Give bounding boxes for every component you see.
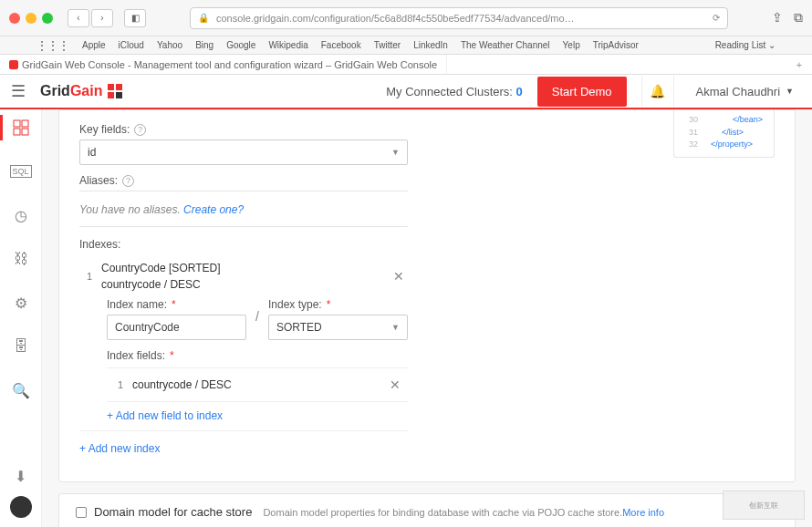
address-bar[interactable]: 🔒 console.gridgain.com/configuration/5c6…	[190, 7, 728, 29]
remove-index-button[interactable]: ✕	[390, 269, 408, 284]
bookmark-item[interactable]: Yahoo	[157, 40, 182, 50]
svg-rect-1	[116, 84, 122, 90]
gear-icon: ⚙	[15, 294, 27, 312]
sql-icon: SQL	[10, 165, 32, 178]
index-fields-label: Index fields: *	[107, 349, 408, 362]
url-text: console.gridgain.com/configuration/5c6a8…	[216, 13, 575, 24]
download-icon: ⬇	[15, 468, 26, 485]
bookmark-item[interactable]: Google	[226, 40, 255, 50]
window-close[interactable]	[9, 13, 20, 24]
window-minimize[interactable]	[26, 13, 36, 24]
caret-down-icon: ▼	[391, 148, 400, 157]
reading-list[interactable]: Reading List ⌄	[715, 40, 776, 50]
sidebar-item-storage[interactable]: 🗄	[12, 337, 30, 356]
sidebar-item-sql[interactable]: SQL	[12, 162, 30, 181]
apps-icon[interactable]: ⋮⋮⋮	[36, 39, 69, 52]
sidebar-item-download[interactable]: ⬇	[12, 467, 30, 485]
logo-icon	[106, 82, 124, 100]
separator-slash: /	[255, 309, 259, 329]
domain-model-title: Domain model for cache store	[94, 505, 252, 519]
domain-model-checkbox[interactable]	[76, 507, 87, 518]
key-fields-select[interactable]: id ▼	[79, 140, 408, 165]
nav-forward-button[interactable]: ›	[91, 9, 113, 27]
add-field-to-index-link[interactable]: + Add new field to index	[107, 409, 223, 422]
database-icon: 🗄	[14, 338, 28, 355]
nav-back-button[interactable]: ‹	[68, 9, 89, 27]
index-field-value: countrycode / DESC	[132, 378, 377, 391]
gauge-icon: ◷	[15, 207, 27, 224]
aliases-label: Aliases: ?	[79, 174, 408, 187]
start-demo-button[interactable]: Start Demo	[537, 77, 627, 107]
tab-title: GridGain Web Console - Management tool a…	[22, 59, 437, 70]
notifications-icon[interactable]: 🔔	[641, 76, 674, 107]
sidebar-item-cluster[interactable]: ⛓	[12, 250, 30, 268]
sidebar-icon: ◧	[131, 13, 140, 23]
lock-icon: 🔒	[198, 13, 209, 23]
search-icon: 🔍	[12, 382, 30, 399]
user-avatar[interactable]	[10, 496, 32, 518]
index-name-input[interactable]	[107, 315, 246, 340]
svg-rect-7	[22, 129, 28, 135]
user-menu[interactable]: Akmal Chaudhri ▼	[689, 85, 801, 98]
code-preview: 30</bean> 31</list> 32</property>	[673, 110, 775, 158]
help-icon[interactable]: ?	[122, 175, 134, 187]
chevron-left-icon: ‹	[77, 13, 79, 23]
bookmark-item[interactable]: TripAdvisor	[593, 40, 639, 50]
svg-rect-2	[108, 92, 114, 98]
browser-tab[interactable]: GridGain Web Console - Management tool a…	[0, 55, 447, 74]
reload-icon[interactable]: ⟳	[713, 13, 720, 23]
indexes-label: Indexes:	[79, 238, 408, 251]
menu-icon[interactable]: ☰	[11, 81, 26, 101]
create-alias-link[interactable]: Create one?	[183, 203, 244, 216]
grid-icon	[13, 119, 29, 136]
svg-rect-4	[14, 120, 20, 127]
svg-rect-0	[108, 84, 114, 90]
tree-icon: ⛓	[14, 251, 28, 267]
bookmark-item[interactable]: Yelp	[563, 40, 580, 50]
bookmark-bar: ⋮⋮⋮ Apple iCloud Yahoo Bing Google Wikip…	[0, 36, 812, 55]
svg-rect-3	[116, 92, 122, 98]
aliases-empty-hint: You have no aliases. Create one?	[79, 203, 244, 216]
index-field-number: 1	[110, 379, 123, 390]
tab-bar: GridGain Web Console - Management tool a…	[0, 55, 812, 75]
bookmark-item[interactable]: Twitter	[374, 40, 401, 50]
sidebar-item-monitor[interactable]: ◷	[12, 206, 30, 224]
help-icon[interactable]: ?	[134, 124, 146, 136]
index-type-label: Index type: *	[268, 298, 408, 311]
logo[interactable]: GridGain	[40, 82, 124, 100]
sidebar-item-configuration[interactable]	[12, 119, 30, 137]
bookmark-item[interactable]: iCloud	[119, 40, 144, 50]
window-zoom[interactable]	[42, 13, 53, 24]
bookmark-item[interactable]: LinkedIn	[413, 40, 448, 50]
sidebar-toggle-button[interactable]: ◧	[124, 9, 146, 27]
bookmark-item[interactable]: The Weather Channel	[461, 40, 550, 50]
bookmark-item[interactable]: Apple	[82, 40, 106, 50]
caret-down-icon: ▼	[786, 87, 794, 96]
watermark: 创新互联	[723, 491, 805, 520]
svg-rect-5	[22, 120, 28, 127]
remove-index-field-button[interactable]: ✕	[386, 377, 404, 392]
sidebar-item-query[interactable]: 🔍	[12, 381, 30, 399]
clusters-status: My Connected Clusters: 0	[386, 85, 523, 98]
tabs-icon[interactable]: ⧉	[794, 10, 803, 26]
bookmark-item[interactable]: Facebook	[321, 40, 361, 50]
sidebar: SQL ◷ ⛓ ⚙ 🗄 🔍 ⬇	[0, 109, 42, 527]
favicon-icon	[9, 60, 18, 69]
index-summary: CountryCode [SORTED] countrycode / DESC	[101, 260, 380, 293]
index-number: 1	[79, 271, 92, 282]
bookmark-item[interactable]: Bing	[195, 40, 213, 50]
bookmark-item[interactable]: Wikipedia	[268, 40, 307, 50]
sidebar-item-settings[interactable]: ⚙	[12, 294, 30, 312]
svg-rect-6	[14, 129, 20, 135]
chevron-down-icon: ⌄	[768, 40, 776, 50]
share-icon[interactable]: ⇪	[772, 10, 783, 26]
chevron-right-icon: ›	[100, 13, 103, 23]
caret-down-icon: ▼	[391, 323, 400, 332]
index-type-select[interactable]: SORTED ▼	[268, 315, 408, 340]
add-new-index-link[interactable]: + Add new index	[79, 442, 160, 455]
domain-model-desc: Domain model properties for binding data…	[263, 507, 664, 518]
more-info-link[interactable]: More info	[622, 507, 664, 518]
key-fields-label: Key fields: ?	[79, 123, 408, 136]
index-name-label: Index name: *	[107, 298, 246, 311]
new-tab-button[interactable]: +	[790, 59, 808, 70]
